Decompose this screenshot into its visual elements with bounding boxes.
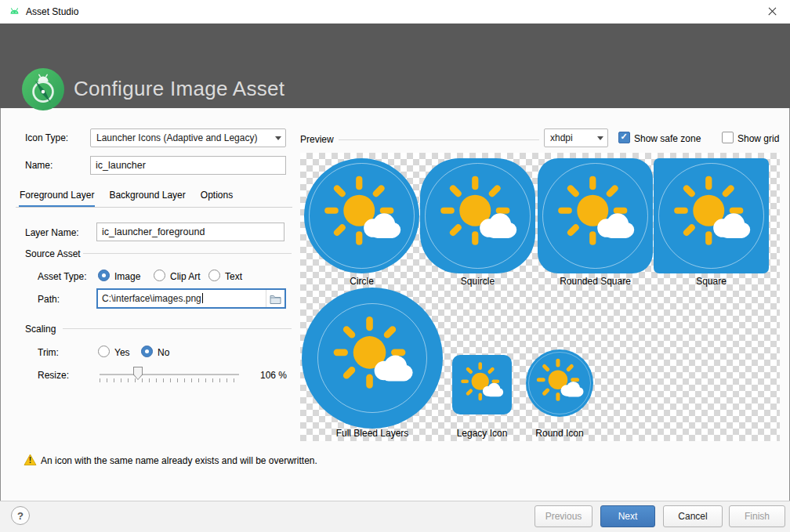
preview-round-icon <box>526 349 593 417</box>
header-banner: Configure Image Asset <box>0 24 790 108</box>
browse-folder-button[interactable] <box>266 290 284 307</box>
chevron-down-icon <box>593 129 607 147</box>
asset-type-label: Asset Type: <box>38 271 86 282</box>
source-asset-group-label: Source Asset <box>25 248 81 259</box>
finish-button[interactable]: Finish <box>729 505 785 527</box>
preview-rounded-square <box>538 158 653 273</box>
source-asset-rule <box>83 253 292 254</box>
preview-full-bleed <box>302 288 443 429</box>
density-dropdown[interactable]: xhdpi <box>544 128 608 147</box>
resize-value: 106 % <box>260 370 287 381</box>
preview-item-label: Round Icon <box>509 428 611 439</box>
preview-square <box>654 158 769 273</box>
asset-type-radio-clipart[interactable] <box>154 270 165 281</box>
path-label: Path: <box>38 294 60 305</box>
trim-radio-no[interactable] <box>141 346 153 357</box>
sun-cloud-icon <box>665 170 758 262</box>
asset-studio-dialog: Asset Studio Configure Image Asset Icon … <box>0 0 790 532</box>
sun-cloud-icon <box>456 359 507 410</box>
asset-type-text-label: Text <box>225 271 242 282</box>
android-studio-logo-icon <box>22 68 64 110</box>
warning-icon: ! <box>24 454 37 466</box>
resize-slider-ticks <box>100 378 240 382</box>
preview-item-label: Circle <box>304 276 419 287</box>
tab-options[interactable]: Options <box>200 188 234 208</box>
sun-cloud-icon <box>531 355 588 411</box>
name-input[interactable] <box>90 156 286 175</box>
icon-type-label: Icon Type: <box>25 132 68 143</box>
svg-text:!: ! <box>29 456 31 465</box>
trim-yes-label: Yes <box>114 347 130 358</box>
show-grid-checkbox[interactable] <box>722 132 734 143</box>
cancel-button[interactable]: Cancel <box>663 505 723 527</box>
page-title: Configure Image Asset <box>74 77 284 101</box>
sun-cloud-icon <box>324 310 420 406</box>
close-icon[interactable] <box>754 0 790 24</box>
show-safe-zone-label: Show safe zone <box>634 133 701 144</box>
preview-circle <box>304 158 419 273</box>
show-grid-label: Show grid <box>737 133 779 144</box>
window-title: Asset Studio <box>26 6 78 17</box>
chevron-down-icon <box>271 129 285 147</box>
resize-slider-track[interactable] <box>100 374 239 375</box>
tab-background-layer[interactable]: Background Layer <box>108 188 186 208</box>
sun-cloud-icon <box>549 170 642 262</box>
icon-type-value: Launcher Icons (Adaptive and Legacy) <box>91 132 271 143</box>
path-value: C:\interface\images.png <box>102 293 201 304</box>
sun-cloud-icon <box>316 170 408 262</box>
preview-squircle <box>420 158 535 273</box>
preview-item-label: Rounded Square <box>538 276 653 287</box>
scaling-group-label: Scaling <box>25 324 56 335</box>
icon-type-dropdown[interactable]: Launcher Icons (Adaptive and Legacy) <box>90 128 286 147</box>
folder-icon <box>270 294 281 304</box>
android-app-icon <box>8 5 21 19</box>
asset-type-clipart-label: Clip Art <box>170 271 201 282</box>
tabs-divider <box>16 207 292 208</box>
preview-canvas: Circle Squircle Rounded Square Square Fu… <box>300 153 780 441</box>
trim-no-label: No <box>158 347 169 358</box>
trim-radio-yes[interactable] <box>98 346 110 357</box>
resize-label: Resize: <box>38 370 69 381</box>
preview-rule <box>339 139 539 140</box>
next-button[interactable]: Next <box>600 505 655 527</box>
tab-foreground-layer[interactable]: Foreground Layer <box>19 188 95 208</box>
preview-item-label: Square <box>654 276 769 287</box>
density-value: xhdpi <box>545 132 593 143</box>
title-bar: Asset Studio <box>0 0 790 24</box>
preview-legacy-icon <box>452 355 512 414</box>
preview-item-label: Squircle <box>420 276 535 287</box>
text-caret <box>202 293 203 303</box>
sun-cloud-icon <box>432 170 524 262</box>
asset-type-radio-image[interactable] <box>98 270 110 281</box>
asset-type-radio-text[interactable] <box>208 270 220 281</box>
layer-name-input[interactable] <box>96 223 284 241</box>
layer-name-label: Layer Name: <box>25 227 79 238</box>
help-button[interactable]: ? <box>11 506 30 525</box>
path-input[interactable]: C:\interface\images.png <box>96 288 286 309</box>
layer-tabs: Foreground Layer Background Layer Option… <box>19 188 234 208</box>
previous-button[interactable]: Previous <box>535 505 592 527</box>
warning-text: An icon with the same name already exist… <box>41 455 317 466</box>
asset-type-image-label: Image <box>114 271 140 282</box>
preview-label: Preview <box>300 134 334 145</box>
name-label: Name: <box>25 160 53 171</box>
scaling-rule <box>63 328 292 329</box>
trim-label: Trim: <box>38 347 59 358</box>
show-safe-zone-checkbox[interactable] <box>618 132 630 143</box>
